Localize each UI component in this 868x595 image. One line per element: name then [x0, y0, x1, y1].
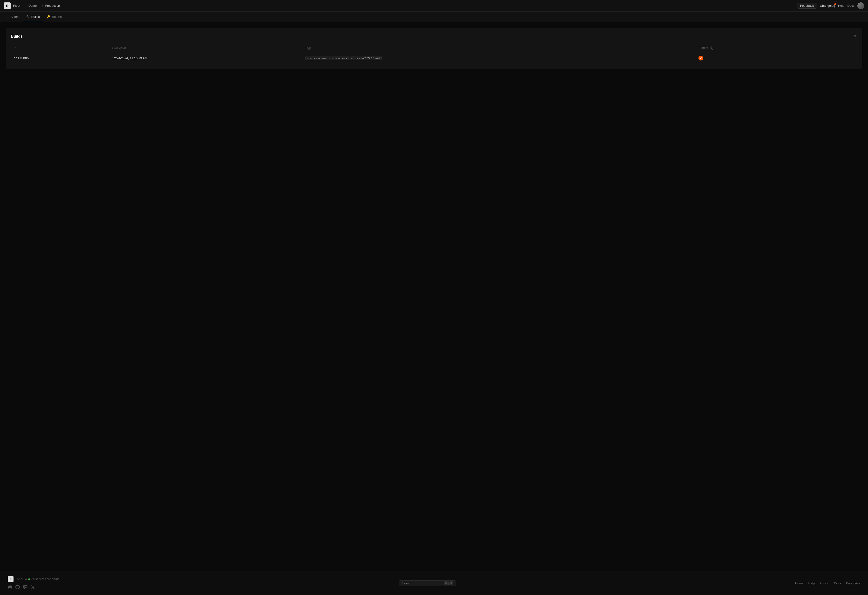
changelog-button[interactable]: Changelog — [820, 4, 835, 7]
mastodon-icon[interactable] — [23, 585, 28, 590]
tag-chip: version=2024.12.24-1 — [350, 56, 382, 60]
actors-icon: ⬡ — [7, 15, 9, 19]
github-icon[interactable] — [15, 585, 20, 590]
table-header: Id Created at Tags Current i — [11, 44, 857, 52]
footer-link-home[interactable]: Home — [795, 582, 804, 585]
nav-left: R Rivet ⌃ › Demo ⌃ › Production ⌃ — [4, 2, 797, 9]
build-created-at-cell: 12/24/2024, 11:10:29 AM — [109, 52, 302, 64]
help-link[interactable]: Help — [838, 4, 844, 7]
tokens-icon: 🔑 — [47, 15, 50, 19]
builds-table-body: cb175b8512/24/2024, 11:10:29 AMaccess=pr… — [11, 52, 857, 64]
kbd-cmd: ⌘ — [444, 582, 449, 585]
search-input[interactable] — [402, 582, 442, 585]
footer-right: Home Help Pricing Docs Enterprise — [795, 582, 860, 585]
breadcrumb-separator-1: › — [25, 4, 27, 7]
footer-link-enterprise[interactable]: Enterprise — [846, 582, 860, 585]
status-dot — [28, 578, 30, 580]
card-header: Builds ↻ — [11, 33, 857, 40]
search-kbd: ⌘ K — [444, 582, 453, 585]
footer-copyright: © 2024 All services are online — [18, 577, 60, 581]
footer-social — [8, 585, 60, 590]
docs-link[interactable]: Docs — [847, 4, 855, 7]
breadcrumb: Rivet ⌃ › Demo ⌃ › Production ⌃ — [12, 3, 64, 8]
tab-actors-label: Actors — [10, 15, 19, 19]
tab-tokens[interactable]: 🔑 Tokens — [44, 13, 64, 20]
col-id: Id — [11, 44, 109, 52]
main-content: Builds ↻ Id Created at Tags Current i cb… — [0, 22, 868, 571]
builds-table: Id Created at Tags Current i cb175b8512/… — [11, 44, 857, 64]
more-options-button[interactable]: ··· — [796, 55, 804, 61]
current-check-icon: ✓ — [698, 56, 703, 60]
table-row: cb175b8512/24/2024, 11:10:29 AMaccess=pr… — [11, 52, 857, 64]
build-tags-cell: access=privatename=wsversion=2024.12.24-… — [303, 52, 696, 64]
build-id-cell: cb175b85 — [11, 52, 109, 64]
footer-logo: R — [8, 576, 13, 582]
tab-builds[interactable]: 🔨 Builds — [24, 13, 43, 20]
col-actions — [793, 44, 857, 52]
tab-builds-label: Builds — [31, 15, 40, 19]
tab-tokens-label: Tokens — [52, 15, 62, 19]
copyright-text: © 2024 — [18, 577, 27, 581]
kbd-k: K — [449, 582, 453, 585]
tab-actors[interactable]: ⬡ Actors — [4, 13, 22, 20]
builds-card: Builds ↻ Id Created at Tags Current i cb… — [6, 28, 862, 69]
footer-link-pricing[interactable]: Pricing — [819, 582, 829, 585]
tag-chip: access=private — [306, 56, 330, 60]
table-header-row: Id Created at Tags Current i — [11, 44, 857, 52]
footer-left-section: R © 2024 All services are online — [8, 576, 60, 590]
sub-nav: ⬡ Actors 🔨 Builds 🔑 Tokens — [0, 12, 868, 22]
discord-icon[interactable] — [8, 585, 12, 590]
status-label: All services are online — [31, 577, 60, 581]
breadcrumb-separator-2: › — [42, 4, 43, 7]
footer-link-docs[interactable]: Docs — [834, 582, 841, 585]
twitter-x-icon[interactable] — [31, 585, 35, 590]
col-current: Current i — [695, 44, 793, 52]
footer-center: ⌘ K — [399, 580, 456, 586]
breadcrumb-workspace-label: Rivet — [13, 4, 20, 7]
breadcrumb-workspace[interactable]: Rivet ⌃ — [12, 3, 25, 8]
avatar-image — [858, 2, 864, 9]
tag-chip: name=ws — [331, 56, 348, 60]
changelog-label: Changelog — [820, 4, 835, 7]
builds-icon: 🔨 — [26, 15, 30, 19]
breadcrumb-project[interactable]: Demo ⌃ — [28, 3, 41, 8]
builds-title: Builds — [11, 34, 23, 38]
top-nav: R Rivet ⌃ › Demo ⌃ › Production ⌃ Feedba… — [0, 0, 868, 12]
chevron-icon: ⌃ — [21, 4, 24, 7]
footer-search[interactable]: ⌘ K — [399, 580, 456, 586]
feedback-button[interactable]: Feedback — [797, 3, 817, 9]
avatar[interactable] — [858, 2, 864, 9]
breadcrumb-env-label: Production — [45, 4, 60, 7]
build-id: cb175b85 — [14, 56, 29, 60]
footer-link-help[interactable]: Help — [808, 582, 815, 585]
footer: R © 2024 All services are online — [0, 571, 868, 595]
build-actions-cell: ··· — [793, 52, 857, 64]
nav-right: Feedback Changelog Help Docs — [797, 2, 864, 9]
app-logo[interactable]: R — [4, 2, 10, 9]
breadcrumb-env[interactable]: Production ⌃ — [44, 3, 64, 8]
current-info-icon[interactable]: i — [710, 47, 713, 50]
col-tags: Tags — [303, 44, 696, 52]
chevron-icon-2: ⌃ — [38, 4, 40, 7]
refresh-button[interactable]: ↻ — [852, 33, 857, 40]
chevron-icon-3: ⌃ — [61, 4, 63, 7]
breadcrumb-project-label: Demo — [28, 4, 37, 7]
col-created-at: Created at — [109, 44, 302, 52]
changelog-dot — [834, 3, 836, 5]
footer-left: R © 2024 All services are online — [8, 576, 60, 582]
build-current-cell: ✓ — [695, 52, 793, 64]
